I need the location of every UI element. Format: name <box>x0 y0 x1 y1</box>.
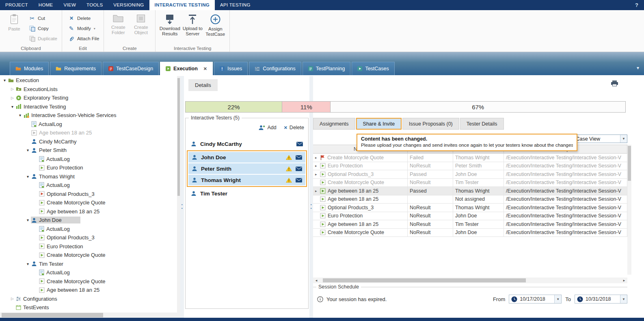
tree-item-actuallog[interactable]: ActualLog <box>0 155 177 164</box>
tree-item-age-between-18-an-25[interactable]: Age between 18 an 25 <box>0 286 177 295</box>
tree-item-execution[interactable]: ▾Execution <box>0 76 177 85</box>
tester-row-thomas-wright[interactable]: Thomas Wright <box>188 175 305 185</box>
row-expander-icon[interactable]: ▸ <box>315 189 320 193</box>
tree-expander-icon[interactable]: ▾ <box>17 113 23 117</box>
tree-item-configurations[interactable]: ▷Configurations <box>0 295 177 304</box>
to-date-picker[interactable]: 10/31/2018 ▼ <box>575 295 627 304</box>
details-tab[interactable]: Details <box>188 79 218 91</box>
print-icon[interactable] <box>611 80 618 87</box>
tree-item-actuallog[interactable]: ActualLog <box>0 181 177 190</box>
assignment-row[interactable]: Euro ProtectionNoResultJohn Doe/Executio… <box>313 212 627 221</box>
tree-item-optional-products-3[interactable]: Optional Products_3 <box>0 233 177 242</box>
create-folder-button[interactable]: Create Folder <box>107 12 130 41</box>
modify-button[interactable]: ✎Modify▾ <box>66 24 101 33</box>
tree-expander-icon[interactable]: ▾ <box>25 262 31 266</box>
tab-issues[interactable]: Issues <box>214 62 248 75</box>
paste-button[interactable]: Paste <box>3 12 26 41</box>
attach-file-button[interactable]: Attach File <box>66 35 101 43</box>
menu-item-versioning[interactable]: VERSIONING <box>108 0 149 10</box>
tree-item-tim-tester[interactable]: ▾Tim Tester <box>0 260 177 269</box>
assignment-row[interactable]: ▸Optional Products_3PassedJohn Doe/Execu… <box>313 170 627 179</box>
tester-row-tim-tester[interactable]: Tim Tester <box>188 188 306 199</box>
row-expander-icon[interactable]: ▸ <box>315 164 320 168</box>
tree-item-age-between-18-an-25[interactable]: Age between 18 an 25 <box>0 207 177 216</box>
tree-item-optional-products-3[interactable]: Optional Products_3 <box>0 190 177 199</box>
from-date-picker[interactable]: 10/17/2018 ▼ <box>509 295 562 304</box>
tree-expander-icon[interactable]: ▾ <box>2 78 8 82</box>
tester-row-cindy-mccarthy[interactable]: Cindy McCarthy <box>188 139 306 149</box>
scrollbar-thumb[interactable] <box>323 278 526 282</box>
scroll-right-icon[interactable]: ▸ <box>621 278 627 282</box>
tab-execution[interactable]: Execution✕ <box>160 62 213 75</box>
assignment-row[interactable]: ▸Age between 18 an 25PassedThomas Wright… <box>313 187 627 195</box>
menu-item-tools[interactable]: TOOLS <box>81 0 108 10</box>
tree-item-euro-protection[interactable]: Euro Protection <box>0 242 177 251</box>
tree-horizontal-scrollbar[interactable] <box>0 312 180 318</box>
tester-row-john-doe[interactable]: John Doe <box>188 152 305 163</box>
assignment-row[interactable]: Age between 18 an 25NoResultTim Tester/E… <box>313 220 627 229</box>
assignment-row[interactable]: ▸Create Motorcycle QuoteFailedThomas Wri… <box>313 154 627 162</box>
duplicate-button[interactable]: Duplicate <box>27 35 59 43</box>
tab-overflow-icon[interactable]: ▾ <box>637 65 639 71</box>
row-expander-icon[interactable]: ▸ <box>315 156 320 160</box>
tree-item-testevents[interactable]: TestEvents <box>0 303 177 312</box>
tab-requirements[interactable]: Requirements <box>50 62 102 75</box>
menu-item-interactive-testing[interactable]: INTERACTIVE TESTING <box>149 0 215 10</box>
tree-vertical-scrollbar[interactable] <box>177 76 180 312</box>
tree-expander-icon[interactable]: ▾ <box>25 218 31 222</box>
tree-item-thomas-wright[interactable]: ▾Thomas Wright <box>0 172 177 181</box>
scrollbar-thumb[interactable] <box>177 78 180 196</box>
tester-row-peter-smith[interactable]: Peter Smith <box>188 163 305 174</box>
tree-item-actuallog[interactable]: ActualLog <box>0 268 177 277</box>
menu-item-api-testing[interactable]: API TESTING <box>215 0 256 10</box>
assignment-row[interactable]: Create Motorcycle QuoteNoResultJohn Doe/… <box>313 229 627 237</box>
download-results-button[interactable]: Download Results <box>158 12 181 41</box>
menu-item-view[interactable]: VIEW <box>58 0 81 10</box>
chevron-down-icon[interactable]: ▼ <box>554 295 561 303</box>
tree-item-exploratory-testing[interactable]: ▷Exploratory Testing <box>0 93 177 102</box>
assignment-row[interactable]: ▸Euro ProtectionNoResultPeter Smith/Exec… <box>313 162 627 171</box>
tree-item-create-motorcycle-quote[interactable]: Create Motorcycle Quote <box>0 198 177 207</box>
tree-expander-icon[interactable]: ▷ <box>9 297 15 301</box>
delete-button[interactable]: ✕Delete <box>66 14 101 22</box>
tree-expander-icon[interactable]: ▷ <box>9 96 15 100</box>
tab-configurations[interactable]: Configurations <box>249 62 301 75</box>
tab-tester-details[interactable]: Tester Details <box>460 118 504 130</box>
create-object-button[interactable]: Create Object <box>130 12 152 41</box>
tree-item-cindy-mccarthy[interactable]: Cindy McCarthy <box>0 137 177 146</box>
tab-share-invite[interactable]: Share & Invite <box>356 118 402 130</box>
menu-item-home[interactable]: HOME <box>33 0 58 10</box>
tree-item-create-motorcycle-quote[interactable]: Create Motorcycle Quote <box>0 251 177 260</box>
tree-item-executionlists[interactable]: ▷ExecutionLists <box>0 85 177 94</box>
scrollbar-thumb[interactable] <box>628 146 631 181</box>
tree-expander-icon[interactable]: ▾ <box>9 104 15 109</box>
row-expander-icon[interactable]: ▸ <box>315 172 320 176</box>
tree-item-interactive-testing[interactable]: ▾Interactive Testing <box>0 102 177 111</box>
upload-to-server-button[interactable]: Upload to Server <box>181 12 204 41</box>
tree-item-actuallog[interactable]: ActualLog <box>0 225 177 234</box>
tree-item-create-motorcycle-quote[interactable]: Create Motorcycle Quote <box>0 277 177 286</box>
grid-vertical-scrollbar[interactable] <box>627 145 631 275</box>
assign-testcase-button[interactable]: Assign TestCase <box>204 12 227 41</box>
tab-modules[interactable]: Modules <box>10 62 49 75</box>
tab-issue-proposals-0[interactable]: Issue Proposals (0) <box>402 118 459 130</box>
tree-expander-icon[interactable]: ▾ <box>25 148 31 152</box>
tree-expander-icon[interactable]: ▾ <box>25 174 31 179</box>
menu-item-project[interactable]: PROJECT <box>0 0 33 10</box>
tree-item-actuallog[interactable]: ActualLog <box>0 120 177 129</box>
assignment-row[interactable]: Age between 18 an 25Not assigned/Executi… <box>313 195 627 204</box>
add-tester-button[interactable]: Add <box>259 125 276 130</box>
copy-button[interactable]: Copy <box>27 24 59 33</box>
assignment-row[interactable]: Optional Products_3NoResultThomas Wright… <box>313 204 627 212</box>
tree-expander-icon[interactable]: ▷ <box>9 87 15 91</box>
splitter-left[interactable]: ▪▪ <box>180 76 184 318</box>
tab-assignments[interactable]: Assignments <box>313 118 355 130</box>
help-button[interactable]: ? <box>629 0 644 10</box>
tab-testplanning[interactable]: TestPlanning <box>303 62 351 75</box>
cut-button[interactable]: ✂Cut <box>27 14 59 22</box>
tree-item-john-doe[interactable]: ▾John Doe <box>0 216 177 225</box>
delete-tester-button[interactable]: ✕ Delete <box>284 125 304 130</box>
close-tab-icon[interactable]: ✕ <box>203 66 207 72</box>
tree-item-age-between-18-an-25[interactable]: Age between 18 an 25 <box>0 128 177 137</box>
assignment-row[interactable]: Create Motorcycle QuoteNoResultTim Teste… <box>313 179 627 187</box>
